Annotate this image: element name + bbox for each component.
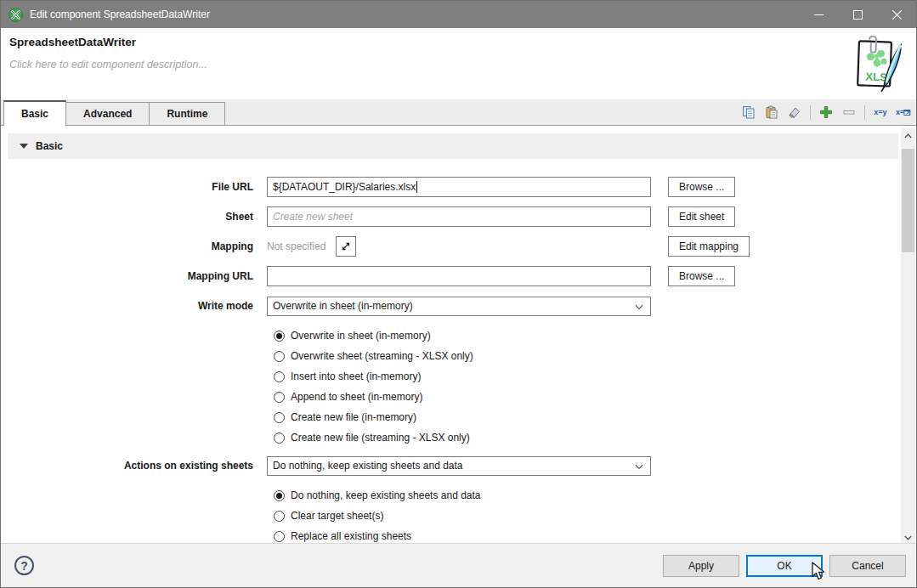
mouse-cursor xyxy=(811,562,828,580)
tab-runtime[interactable]: Runtime xyxy=(149,102,225,125)
clear-icon[interactable] xyxy=(787,105,802,120)
window-title: Edit component SpreadsheetDataWriter xyxy=(30,8,799,20)
toolbar-separator xyxy=(864,105,865,120)
radio-option[interactable]: Do nothing, keep existing sheets and dat… xyxy=(274,485,898,506)
maximize-button[interactable] xyxy=(838,1,877,28)
section-basic-header[interactable]: Basic xyxy=(8,133,898,159)
mapping-url-input[interactable] xyxy=(267,266,651,286)
xls-file-icon: XLS xyxy=(846,35,906,94)
scroll-up-icon[interactable] xyxy=(901,128,915,143)
tab-advanced[interactable]: Advanced xyxy=(65,102,150,125)
help-button[interactable]: ? xyxy=(14,556,34,575)
mapping-url-label: Mapping URL xyxy=(1,270,260,282)
write-mode-label: Write mode xyxy=(1,300,260,312)
cancel-button[interactable]: Cancel xyxy=(829,555,906,577)
mapping-expand-button[interactable] xyxy=(336,236,356,257)
mapping-row: Mapping Not specified Edit mapping xyxy=(1,236,898,257)
property-toolbar: x=y x= xyxy=(741,99,911,125)
radio-selected-icon xyxy=(274,331,285,342)
radio-icon xyxy=(274,392,285,403)
write-mode-select[interactable]: Overwrite in sheet (in-memory) xyxy=(267,297,651,316)
tab-strip: Basic Advanced Runtime xyxy=(1,99,916,126)
radio-icon xyxy=(274,531,285,542)
component-name: SpreadsheetDataWriter xyxy=(9,36,136,48)
sheet-input[interactable]: Create new sheet xyxy=(267,206,651,227)
paste-icon[interactable] xyxy=(764,105,779,120)
file-url-input[interactable]: ${DATAOUT_DIR}/Salaries.xlsx xyxy=(267,177,651,197)
radio-option[interactable]: Append to sheet (in-memory) xyxy=(274,387,898,407)
dialog-footer: ? Apply OK Cancel xyxy=(1,543,916,587)
edit-sheet-button[interactable]: Edit sheet xyxy=(668,206,735,227)
actions-on-existing-sheets-select[interactable]: Do nothing, keep existing sheets and dat… xyxy=(267,456,651,476)
radio-option[interactable]: Create new file (streaming - XLSX only) xyxy=(274,427,898,448)
write-mode-row: Write mode Overwrite in sheet (in-memory… xyxy=(1,296,898,316)
actions-on-existing-sheets-options: Do nothing, keep existing sheets and dat… xyxy=(1,485,898,546)
toolbar-separator xyxy=(810,105,811,120)
actions-on-existing-sheets-row: Actions on existing sheets Do nothing, k… xyxy=(1,455,898,476)
radio-icon xyxy=(274,351,285,362)
mapping-url-row: Mapping URL Browse ... xyxy=(1,266,898,286)
copy-icon[interactable] xyxy=(741,105,756,120)
collapse-arrow-icon xyxy=(20,144,28,149)
write-mode-options: Overwrite in sheet (in-memory) Overwrite… xyxy=(1,325,898,448)
radio-icon xyxy=(274,433,285,444)
titlebar[interactable]: Edit component SpreadsheetDataWriter xyxy=(1,1,916,28)
scrollbar-thumb[interactable] xyxy=(902,149,914,252)
chevron-down-icon xyxy=(635,464,643,470)
mapping-url-browse-button[interactable]: Browse ... xyxy=(668,266,735,286)
chevron-down-icon xyxy=(635,304,643,310)
file-url-label: File URL xyxy=(1,181,260,193)
text-caret xyxy=(416,181,417,193)
radio-option[interactable]: Create new file (in-memory) xyxy=(274,407,898,427)
sheet-label: Sheet xyxy=(1,211,260,223)
expand-icon xyxy=(341,241,351,252)
radio-icon xyxy=(274,371,285,382)
properties-form: File URL ${DATAOUT_DIR}/Salaries.xlsx Br… xyxy=(1,177,898,554)
vertical-scrollbar[interactable] xyxy=(901,128,915,545)
window-edit-icon[interactable]: x= xyxy=(896,105,911,120)
basic-tab-content: Basic File URL ${DATAOUT_DIR}/Salaries.x… xyxy=(1,126,916,545)
dialog-header: SpreadsheetDataWriter Click here to edit… xyxy=(1,28,916,99)
radio-option[interactable]: Clear target sheet(s) xyxy=(274,506,898,526)
add-icon[interactable] xyxy=(818,105,834,120)
mapping-value: Not specified xyxy=(267,240,325,252)
radio-icon xyxy=(274,511,285,522)
component-description-placeholder[interactable]: Click here to edit component description… xyxy=(9,59,207,71)
radio-option[interactable]: Insert into sheet (in-memory) xyxy=(274,366,898,387)
apply-button[interactable]: Apply xyxy=(663,555,739,577)
sheet-row: Sheet Create new sheet Edit sheet xyxy=(1,206,898,227)
edit-component-dialog: Edit component SpreadsheetDataWriter Spr… xyxy=(0,0,917,588)
radio-option[interactable]: Overwrite in sheet (in-memory) xyxy=(274,325,898,346)
plain-edit-icon[interactable]: x=y xyxy=(873,105,888,120)
radio-option[interactable]: Overwrite sheet (streaming - XLSX only) xyxy=(274,346,898,366)
radio-icon xyxy=(274,412,285,423)
close-button[interactable] xyxy=(877,1,916,28)
mapping-label: Mapping xyxy=(1,240,260,252)
edit-mapping-button[interactable]: Edit mapping xyxy=(668,236,750,257)
clover-app-icon xyxy=(8,8,23,22)
radio-selected-icon xyxy=(274,490,285,501)
tab-basic[interactable]: Basic xyxy=(3,100,66,126)
file-url-browse-button[interactable]: Browse ... xyxy=(668,177,735,197)
actions-on-existing-sheets-label: Actions on existing sheets xyxy=(1,460,260,472)
file-url-row: File URL ${DATAOUT_DIR}/Salaries.xlsx Br… xyxy=(1,177,898,197)
remove-icon[interactable] xyxy=(841,105,857,120)
minimize-button[interactable] xyxy=(799,1,838,28)
